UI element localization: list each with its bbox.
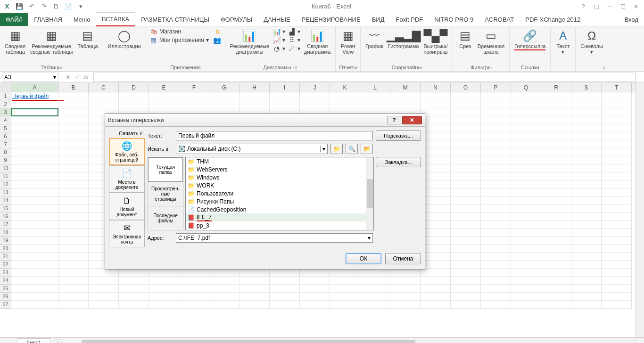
cell-S19[interactable]	[571, 237, 602, 245]
cell-A24[interactable]	[11, 277, 58, 285]
cell-R4[interactable]	[541, 116, 571, 124]
cell-P25[interactable]	[481, 285, 511, 293]
cell-I1[interactable]	[270, 92, 300, 100]
cell-R2[interactable]	[541, 100, 571, 108]
cell-F25[interactable]	[179, 285, 209, 293]
cell-Q15[interactable]	[511, 204, 541, 212]
cell-T20[interactable]	[602, 245, 632, 253]
chart-type-6[interactable]: ☄▾	[287, 44, 301, 53]
cell-T10[interactable]	[602, 164, 632, 172]
cell-A14[interactable]	[11, 196, 58, 204]
cell-L24[interactable]	[360, 277, 390, 285]
cell-A7[interactable]	[11, 140, 58, 148]
sparkline-line-button[interactable]: 〰График	[363, 27, 385, 50]
cell-K25[interactable]	[330, 285, 360, 293]
cell-R16[interactable]	[541, 212, 571, 220]
cell-D24[interactable]	[119, 277, 149, 285]
store-button[interactable]: 🛍Магазин	[149, 27, 210, 36]
cell-L23[interactable]	[360, 269, 390, 277]
cell-S7[interactable]	[571, 140, 602, 148]
browse-file-button[interactable]: 📂	[361, 144, 373, 154]
launcher-icon[interactable]: ◲	[293, 65, 297, 70]
cell-A5[interactable]	[11, 124, 58, 132]
ribbon-toggle-icon[interactable]: ▢	[590, 2, 603, 11]
recommended-charts-button[interactable]: 📊Рекомендуемые диаграммы	[228, 27, 271, 56]
cell-O1[interactable]	[451, 92, 481, 100]
cell-C25[interactable]	[89, 285, 119, 293]
cell-P26[interactable]	[481, 293, 511, 301]
cell-B6[interactable]	[58, 132, 89, 140]
cell-S10[interactable]	[571, 164, 602, 172]
cell-P11[interactable]	[481, 172, 511, 180]
cell-L27[interactable]	[360, 301, 390, 309]
col-header-K[interactable]: K	[330, 83, 360, 92]
cell-H1[interactable]	[239, 92, 270, 100]
cell-J27[interactable]	[300, 301, 330, 309]
cell-O14[interactable]	[451, 196, 481, 204]
file-list[interactable]: 📁THM📁WebServers📁Windows📁WORK📁Пользовател…	[185, 157, 374, 230]
cell-M1[interactable]	[390, 92, 421, 100]
text-input[interactable]	[176, 131, 373, 140]
cell-R12[interactable]	[541, 180, 571, 188]
cell-R24[interactable]	[541, 277, 571, 285]
cell-K2[interactable]	[330, 100, 360, 108]
tab-pdfx[interactable]: PDF-XChange 2012	[520, 13, 586, 26]
cell-R22[interactable]	[541, 261, 571, 269]
cell-Q26[interactable]	[511, 293, 541, 301]
chart-type-5[interactable]: ⠿▾	[287, 36, 301, 44]
cell-B25[interactable]	[58, 285, 89, 293]
cell-B16[interactable]	[58, 212, 89, 220]
cell-J23[interactable]	[300, 269, 330, 277]
cell-R15[interactable]	[541, 204, 571, 212]
cell-P12[interactable]	[481, 180, 511, 188]
chart-type-3[interactable]: ◔▾	[272, 44, 286, 53]
cell-H27[interactable]	[239, 301, 270, 309]
cell-T19[interactable]	[602, 237, 632, 245]
cell-Q14[interactable]	[511, 196, 541, 204]
cell-S14[interactable]	[571, 196, 602, 204]
row-header-15[interactable]: 15	[0, 204, 11, 212]
cell-M25[interactable]	[390, 285, 421, 293]
cell-D23[interactable]	[119, 269, 149, 277]
cell-B14[interactable]	[58, 196, 89, 204]
row-header-13[interactable]: 13	[0, 188, 11, 196]
cell-A9[interactable]	[11, 156, 58, 164]
col-header-C[interactable]: C	[89, 83, 119, 92]
tab-home[interactable]: ГЛАВНАЯ	[28, 13, 68, 26]
cell-S4[interactable]	[571, 116, 602, 124]
cell-A13[interactable]	[11, 188, 58, 196]
col-header-J[interactable]: J	[300, 83, 330, 92]
cell-F2[interactable]	[179, 100, 209, 108]
linkto-email-button[interactable]: ✉Электронная почта	[109, 220, 145, 247]
cell-N24[interactable]	[421, 277, 451, 285]
cell-G2[interactable]	[209, 100, 239, 108]
cell-N2[interactable]	[421, 100, 451, 108]
cell-C24[interactable]	[89, 277, 119, 285]
filelist-scrollbar[interactable]	[366, 157, 373, 230]
cell-T13[interactable]	[602, 188, 632, 196]
cell-S15[interactable]	[571, 204, 602, 212]
cell-B18[interactable]	[58, 229, 89, 237]
cell-R26[interactable]	[541, 293, 571, 301]
chart-type-1[interactable]: 📊▾	[272, 27, 286, 36]
cell-O6[interactable]	[451, 132, 481, 140]
slicer-button[interactable]: ▤Срез	[456, 27, 475, 50]
cell-B26[interactable]	[58, 293, 89, 301]
cell-A23[interactable]	[11, 269, 58, 277]
cell-A25[interactable]	[11, 285, 58, 293]
chevron-down-icon[interactable]: ▾	[53, 74, 56, 81]
cell-B15[interactable]	[58, 204, 89, 212]
cell-T4[interactable]	[602, 116, 632, 124]
cell-Q8[interactable]	[511, 148, 541, 156]
cell-J2[interactable]	[300, 100, 330, 108]
myapps-button[interactable]: ▦Мои приложения▾	[149, 36, 210, 44]
cell-R25[interactable]	[541, 285, 571, 293]
row-header-2[interactable]: 2	[0, 100, 11, 108]
cell-B2[interactable]	[58, 100, 89, 108]
cell-O9[interactable]	[451, 156, 481, 164]
cell-O21[interactable]	[451, 253, 481, 261]
linkto-new-button[interactable]: 🗋Новый документ	[109, 193, 145, 220]
cell-P7[interactable]	[481, 140, 511, 148]
cell-L2[interactable]	[360, 100, 390, 108]
chart-type-2[interactable]: 📈▾	[272, 36, 286, 44]
